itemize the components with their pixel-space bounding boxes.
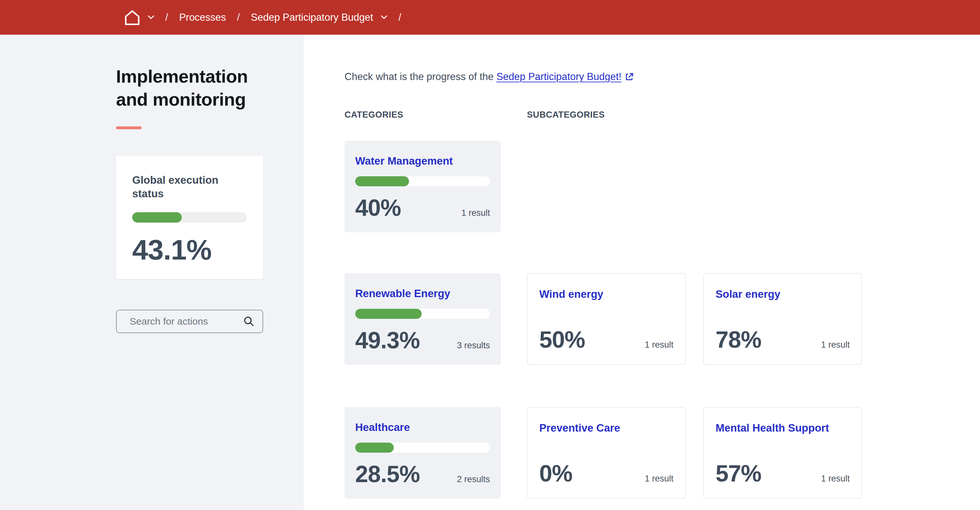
breadcrumb-processes-link[interactable]: Processes [179,12,226,23]
percent-value: 40% [355,198,401,217]
home-chevron-down-icon[interactable] [148,15,154,19]
title-underline-decoration [116,126,142,129]
results-count: 1 result [821,474,850,484]
category-card-healthcare: Healthcare 28.5% 2 results [345,407,501,499]
progress-bar [355,309,490,319]
subcategory-card-wind-energy: Wind energy 50% 1 result [527,273,686,365]
percent-value: 50% [539,330,585,349]
results-count: 3 results [457,340,490,351]
progress-fill [355,176,409,186]
breadcrumb-separator: / [237,12,240,23]
search-icon[interactable] [243,316,255,327]
categories-header: CATEGORIES [345,110,527,120]
percent-value: 57% [716,464,761,483]
global-progress-fill [132,212,182,222]
results-count: 1 result [644,340,673,350]
main-content: Check what is the progress of the Sedep … [304,35,980,510]
progress-bar [355,176,490,186]
subcategory-card-solar-energy: Solar energy 78% 1 result [703,273,862,365]
page-title: Implementation and monitoring [116,65,263,111]
search-box[interactable] [116,310,263,333]
process-chevron-down-icon[interactable] [381,15,387,19]
global-progress-bar [132,212,247,222]
global-percent-value: 43.1% [132,237,247,262]
subcategory-link[interactable]: Preventive Care [539,421,620,434]
category-link[interactable]: Healthcare [355,421,410,434]
top-navbar: / Processes / Sedep Participatory Budget… [0,0,980,35]
external-link-icon [625,72,634,81]
home-icon [124,10,140,25]
progress-fill [355,443,394,453]
column-headers: CATEGORIES SUBCATEGORIES [345,110,980,120]
breadcrumb-separator: / [165,12,168,23]
progress-fill [355,309,422,319]
category-card-water-management: Water Management 40% 1 result [345,141,501,232]
percent-value: 28.5% [355,465,420,483]
subcategory-link[interactable]: Solar energy [716,288,780,301]
subcategories-header: SUBCATEGORIES [527,110,605,120]
percent-value: 49.3% [355,331,420,350]
subcategory-link[interactable]: Wind energy [539,288,603,301]
breadcrumb-process-link[interactable]: Sedep Participatory Budget [251,12,373,23]
intro-prefix: Check what is the progress of the [345,71,496,82]
results-count: 1 result [644,474,673,484]
sidebar: Implementation and monitoring Global exe… [0,35,304,510]
progress-bar [355,443,490,453]
results-count: 2 results [457,474,490,485]
category-link[interactable]: Water Management [355,154,453,167]
breadcrumb-separator: / [398,12,401,23]
intro-text: Check what is the progress of the Sedep … [345,70,980,83]
percent-value: 0% [539,464,572,483]
subcategory-card-mental-health-support: Mental Health Support 57% 1 result [703,407,862,499]
category-link[interactable]: Renewable Energy [355,287,450,300]
percent-value: 78% [716,330,761,349]
search-input[interactable] [129,316,243,327]
global-execution-title: Global execution status [132,173,247,200]
global-execution-card: Global execution status 43.1% [116,156,263,279]
results-count: 1 result [821,340,850,350]
category-row: Water Management 40% 1 result [345,141,980,232]
home-link[interactable] [124,10,140,25]
category-row: Healthcare 28.5% 2 results Preventive Ca… [345,407,980,499]
category-card-renewable-energy: Renewable Energy 49.3% 3 results [345,273,501,365]
subcategory-card-preventive-care: Preventive Care 0% 1 result [527,407,686,499]
category-row: Renewable Energy 49.3% 3 results Wind en… [345,273,980,365]
process-progress-link[interactable]: Sedep Participatory Budget! [496,70,634,83]
results-count: 1 result [461,208,490,218]
subcategory-link[interactable]: Mental Health Support [716,421,829,434]
